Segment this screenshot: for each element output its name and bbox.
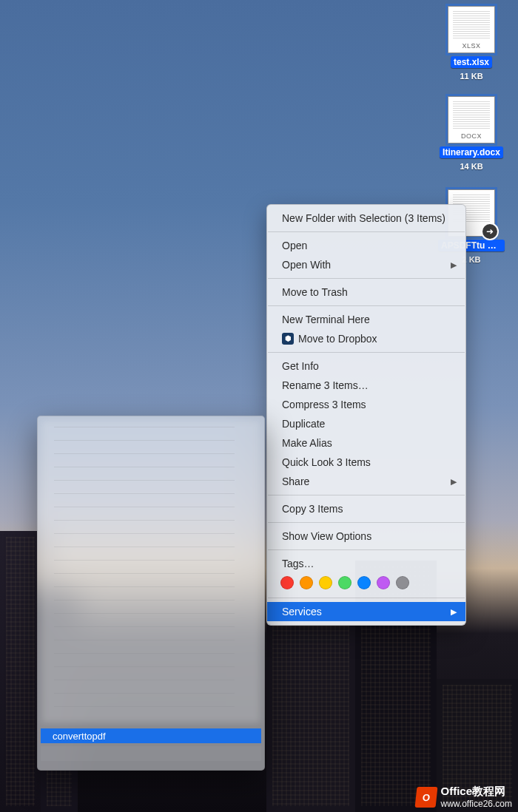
tag-purple[interactable] [377, 576, 390, 589]
menu-separator [268, 352, 465, 353]
submenu-item[interactable] [41, 746, 261, 761]
menu-rename[interactable]: Rename 3 Items… [267, 376, 465, 395]
menu-new-folder-with-selection[interactable]: New Folder with Selection (3 Items) [267, 209, 465, 228]
watermark: O Office教程网 www.office26.com [416, 785, 513, 809]
submenu-arrow-icon: ▶ [451, 604, 457, 619]
menu-separator [268, 549, 465, 550]
menu-get-info[interactable]: Get Info [267, 356, 465, 376]
tag-orange[interactable] [300, 576, 313, 589]
file-size-label: 14 KB [438, 162, 505, 171]
tag-gray[interactable] [396, 576, 409, 589]
arrow-icon: ➜ [482, 224, 497, 239]
dropbox-icon: ⬢ [282, 333, 294, 345]
menu-quick-look[interactable]: Quick Look 3 Items [267, 453, 465, 472]
office-icon: O [414, 787, 437, 808]
menu-move-to-dropbox[interactable]: ⬢ Move to Dropbox [267, 329, 465, 348]
menu-share[interactable]: Share▶ [267, 472, 465, 491]
tag-blue[interactable] [357, 576, 371, 589]
menu-make-alias[interactable]: Make Alias [267, 433, 465, 453]
menu-show-view-options[interactable]: Show View Options [267, 527, 465, 546]
menu-open-with[interactable]: Open With▶ [267, 255, 465, 274]
file-thumb: DOCX [448, 96, 495, 143]
tag-green[interactable] [338, 576, 352, 589]
tag-red[interactable] [280, 576, 294, 589]
watermark-url: www.office26.com [441, 799, 513, 809]
file-name-label: Itinerary.docx [440, 146, 503, 158]
submenu-arrow-icon: ▶ [451, 474, 457, 489]
menu-tags-row [267, 573, 465, 594]
menu-open[interactable]: Open [267, 236, 465, 255]
submenu-arrow-icon: ▶ [451, 257, 457, 272]
menu-copy[interactable]: Copy 3 Items [267, 499, 465, 518]
menu-services[interactable]: Services▶ [267, 602, 465, 621]
services-submenu: converttopdf [37, 416, 265, 771]
submenu-item-converttopdf[interactable]: converttopdf [41, 728, 261, 743]
file-name-label: test.xlsx [451, 56, 492, 68]
menu-new-terminal-here[interactable]: New Terminal Here [267, 310, 465, 329]
context-menu: New Folder with Selection (3 Items) Open… [266, 204, 466, 626]
menu-separator [268, 495, 465, 495]
menu-separator [268, 522, 465, 523]
menu-tags-label: Tags… [267, 554, 465, 573]
menu-separator [268, 305, 465, 306]
menu-move-to-trash[interactable]: Move to Trash [267, 282, 465, 302]
file-size-label: 11 KB [438, 72, 505, 81]
tag-yellow[interactable] [319, 576, 332, 589]
file-test-xlsx[interactable]: XLSX test.xlsx 11 KB [438, 6, 505, 81]
menu-separator [268, 278, 465, 279]
file-thumb: XLSX [448, 6, 495, 53]
file-itinerary-docx[interactable]: DOCX Itinerary.docx 14 KB [438, 96, 505, 171]
menu-duplicate[interactable]: Duplicate [267, 414, 465, 433]
menu-separator [268, 231, 465, 232]
watermark-title: Office教程网 [441, 785, 513, 799]
menu-separator [268, 598, 465, 598]
menu-compress[interactable]: Compress 3 Items [267, 395, 465, 414]
